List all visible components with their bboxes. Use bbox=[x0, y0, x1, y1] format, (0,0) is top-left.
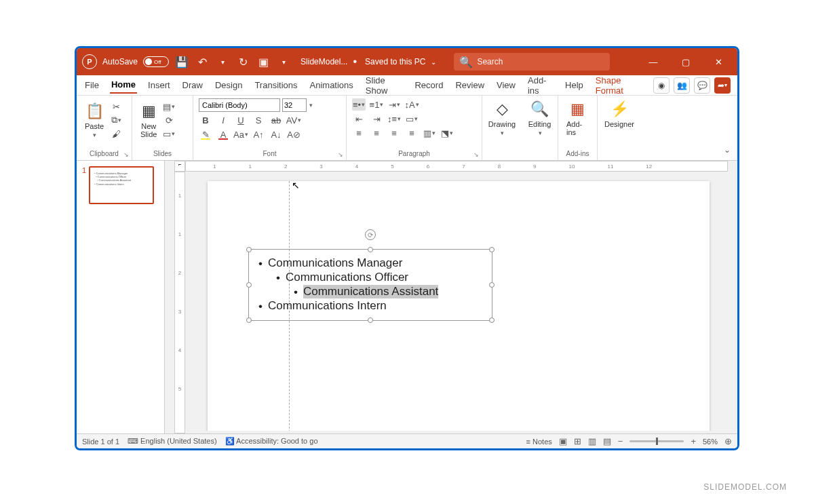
saved-dropdown-icon[interactable]: ⌄ bbox=[431, 58, 436, 66]
addins-button[interactable]: ▦ Add-ins bbox=[564, 98, 592, 138]
comments-button[interactable]: 💬 bbox=[694, 77, 710, 94]
font-name-input[interactable] bbox=[199, 98, 280, 112]
resize-handle[interactable] bbox=[368, 317, 373, 323]
layout-icon[interactable]: ▤▾ bbox=[162, 100, 176, 113]
resize-handle[interactable] bbox=[246, 282, 252, 288]
clipboard-dialog-icon[interactable]: ↘ bbox=[123, 151, 129, 158]
tab-insert[interactable]: Insert bbox=[147, 77, 172, 93]
rotate-handle-icon[interactable]: ⟳ bbox=[365, 229, 376, 240]
reset-icon[interactable]: ⟳ bbox=[162, 114, 176, 126]
char-spacing-icon[interactable]: AV▾ bbox=[287, 114, 301, 126]
save-icon[interactable]: 💾 bbox=[174, 56, 189, 69]
shadow-icon[interactable]: S bbox=[252, 114, 265, 126]
share-button[interactable]: ➦▾ bbox=[714, 77, 731, 94]
zoom-level[interactable]: 56% bbox=[703, 438, 718, 446]
section-icon[interactable]: ▭▾ bbox=[162, 128, 176, 140]
bullets-icon[interactable]: ≡•▾ bbox=[352, 98, 366, 111]
saved-status[interactable]: Saved to this PC bbox=[365, 57, 425, 66]
resize-handle[interactable] bbox=[489, 247, 495, 252]
paragraph-dialog-icon[interactable]: ↘ bbox=[473, 151, 479, 158]
drawing-button[interactable]: ◇ Drawing ▾ bbox=[488, 98, 516, 138]
camera-button[interactable]: ◉ bbox=[653, 77, 670, 94]
increase-indent-icon[interactable]: ⇥ bbox=[370, 113, 383, 125]
tab-shape-format[interactable]: Shape Format bbox=[594, 73, 644, 98]
document-title[interactable]: SlideModel... bbox=[301, 57, 347, 66]
tab-help[interactable]: Help bbox=[564, 77, 585, 93]
zoom-knob[interactable] bbox=[656, 438, 658, 445]
tab-home[interactable]: Home bbox=[110, 77, 137, 94]
resize-handle[interactable] bbox=[368, 247, 373, 252]
italic-icon[interactable]: I bbox=[216, 114, 230, 126]
ruler-vertical[interactable]: 1 1 2 3 4 5 bbox=[174, 172, 185, 433]
undo-icon[interactable]: ↶ bbox=[195, 56, 210, 69]
undo-dropdown-icon[interactable]: ▾ bbox=[215, 58, 230, 66]
redo-icon[interactable]: ↻ bbox=[235, 56, 250, 69]
decrease-indent-icon[interactable]: ⇤ bbox=[352, 113, 366, 125]
reading-view-icon[interactable]: ▥ bbox=[588, 436, 596, 446]
paste-button[interactable]: 📋 Paste ▾ bbox=[82, 100, 106, 140]
resize-handle[interactable] bbox=[246, 317, 252, 323]
resize-handle[interactable] bbox=[489, 282, 495, 288]
autosave-toggle[interactable]: Off bbox=[143, 56, 169, 67]
zoom-out-icon[interactable]: − bbox=[618, 436, 623, 446]
strikethrough-icon[interactable]: ab bbox=[269, 114, 283, 126]
tab-file[interactable]: File bbox=[83, 77, 100, 93]
teams-button[interactable]: 👥 bbox=[674, 77, 690, 94]
grow-font-icon[interactable]: A↑ bbox=[252, 128, 265, 140]
tab-view[interactable]: View bbox=[495, 77, 517, 93]
sorter-view-icon[interactable]: ⊞ bbox=[574, 436, 581, 446]
search-box[interactable]: 🔍 bbox=[454, 53, 610, 71]
maximize-button[interactable]: ▢ bbox=[672, 57, 699, 67]
list-level-icon[interactable]: ⇥▾ bbox=[387, 98, 401, 111]
text-direction-icon[interactable]: ↕A▾ bbox=[405, 98, 419, 111]
format-painter-icon[interactable]: 🖌 bbox=[109, 128, 123, 140]
resize-handle[interactable] bbox=[246, 247, 252, 252]
font-dialog-icon[interactable]: ↘ bbox=[338, 151, 343, 158]
bullet-item[interactable]: Communications Manager bbox=[258, 256, 482, 271]
underline-icon[interactable]: U bbox=[234, 114, 248, 126]
thumbnail-slide[interactable]: • Communications Manager • Communication… bbox=[89, 166, 154, 204]
tab-review[interactable]: Review bbox=[454, 77, 486, 93]
tab-record[interactable]: Record bbox=[413, 77, 444, 93]
tab-draw[interactable]: Draw bbox=[181, 77, 204, 93]
clear-format-icon[interactable]: A⊘ bbox=[287, 128, 301, 140]
tab-transitions[interactable]: Transitions bbox=[253, 77, 298, 93]
normal-view-icon[interactable]: ▣ bbox=[559, 436, 567, 446]
slide-canvas[interactable]: ↖ ⟳ Communications Manager Commu bbox=[208, 181, 710, 431]
tab-addins[interactable]: Add-ins bbox=[526, 73, 554, 98]
collapse-ribbon-icon[interactable]: ⌄ bbox=[724, 145, 731, 155]
slideshow-view-icon[interactable]: ▤ bbox=[603, 436, 611, 446]
copy-icon[interactable]: ⧉▾ bbox=[109, 114, 123, 126]
resize-handle[interactable] bbox=[489, 317, 495, 323]
search-input[interactable] bbox=[477, 57, 604, 66]
thumbnail-item[interactable]: 1 • Communications Manager • Communicati… bbox=[82, 166, 159, 204]
align-text-icon[interactable]: ▭▾ bbox=[405, 113, 419, 125]
editing-button[interactable]: 🔍 Editing ▾ bbox=[527, 98, 552, 138]
close-button[interactable]: ✕ bbox=[705, 57, 732, 67]
canvas-viewport[interactable]: ↖ ⟳ Communications Manager Commu bbox=[189, 174, 728, 431]
smartart-icon[interactable]: ⬔▾ bbox=[440, 127, 454, 139]
thumbnail-pane[interactable]: 1 • Communications Manager • Communicati… bbox=[77, 161, 165, 433]
qat-more-icon[interactable]: ▾ bbox=[276, 58, 291, 66]
accessibility-status[interactable]: ♿ Accessibility: Good to go bbox=[225, 437, 318, 446]
align-center-icon[interactable]: ≡ bbox=[370, 127, 383, 139]
minimize-button[interactable]: — bbox=[640, 57, 667, 67]
cut-icon[interactable]: ✂ bbox=[109, 100, 123, 113]
columns-icon[interactable]: ▥▾ bbox=[423, 127, 436, 139]
bullet-item[interactable]: Communications Officer bbox=[276, 271, 482, 285]
ruler-horizontal[interactable]: 1 1 2 3 4 5 6 7 8 9 10 11 12 bbox=[185, 161, 728, 172]
font-size-input[interactable] bbox=[282, 98, 307, 112]
shrink-font-icon[interactable]: A↓ bbox=[269, 128, 283, 140]
line-spacing-icon[interactable]: ↕≡▾ bbox=[387, 113, 401, 125]
zoom-in-icon[interactable]: + bbox=[691, 436, 696, 446]
notes-button[interactable]: ≡ Notes bbox=[526, 438, 552, 446]
tab-design[interactable]: Design bbox=[214, 77, 244, 93]
numbering-icon[interactable]: ≡1▾ bbox=[370, 98, 383, 111]
text-content[interactable]: Communications Manager Communications Of… bbox=[249, 250, 492, 320]
align-left-icon[interactable]: ≡ bbox=[352, 127, 366, 139]
font-color-icon[interactable]: A bbox=[216, 128, 230, 140]
present-icon[interactable]: ▣ bbox=[256, 56, 271, 69]
designer-button[interactable]: ⚡ Designer bbox=[603, 98, 636, 130]
bullet-item[interactable]: Communications Intern bbox=[258, 299, 482, 313]
highlight-icon[interactable]: ✎ bbox=[199, 128, 212, 140]
